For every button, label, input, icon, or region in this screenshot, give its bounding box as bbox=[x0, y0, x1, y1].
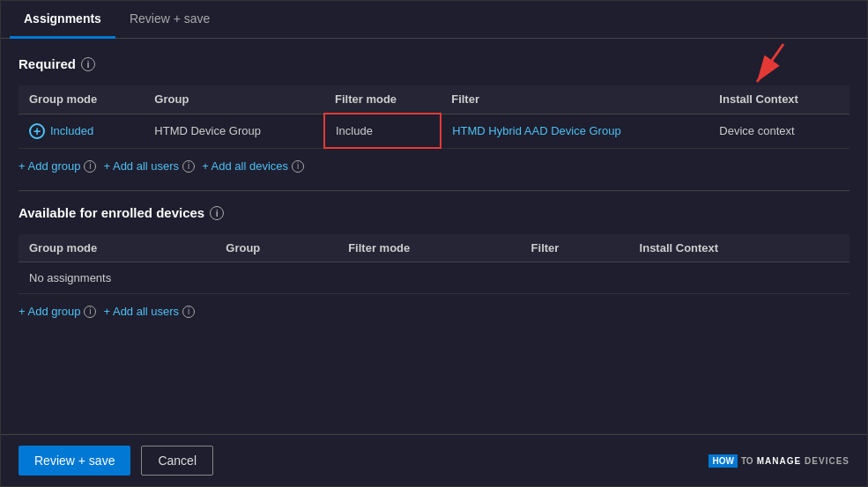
required-title: Required i bbox=[19, 56, 849, 71]
available-add-links: + Add group i + Add all users i bbox=[19, 294, 849, 328]
col-install-context: Install Context bbox=[708, 85, 849, 114]
add-all-devices-info-icon[interactable]: i bbox=[292, 160, 304, 173]
avail-add-all-users-info-icon[interactable]: i bbox=[182, 306, 195, 318]
required-table-header: Group mode Group Filter mode Filter Inst… bbox=[19, 85, 849, 114]
cell-filter-mode: Include bbox=[324, 114, 441, 148]
col-group: Group bbox=[144, 85, 324, 114]
included-badge: + Included bbox=[29, 123, 133, 139]
main-content: Required i bbox=[1, 39, 867, 434]
cell-group: HTMD Device Group bbox=[144, 114, 324, 148]
avail-col-group-mode: Group mode bbox=[19, 234, 215, 262]
available-table: Group mode Group Filter mode Filter Inst… bbox=[19, 234, 849, 294]
available-section: Available for enrolled devices i Group m… bbox=[19, 205, 849, 328]
tab-review-save[interactable]: Review + save bbox=[115, 1, 224, 39]
required-table: Group mode Group Filter mode Filter Inst… bbox=[19, 85, 849, 149]
add-all-users-info-icon[interactable]: i bbox=[182, 160, 195, 173]
section-divider bbox=[19, 190, 849, 191]
cancel-button[interactable]: Cancel bbox=[141, 446, 213, 476]
tab-assignments[interactable]: Assignments bbox=[10, 1, 115, 39]
avail-col-filter-mode: Filter mode bbox=[338, 234, 520, 262]
main-container: Assignments Review + save Required i bbox=[0, 0, 868, 487]
watermark: HOW TO MANAGE DEVICES bbox=[708, 454, 849, 468]
tab-bar: Assignments Review + save bbox=[1, 1, 867, 39]
table-row: + Included HTMD Device Group Include HTM… bbox=[19, 114, 849, 148]
watermark-to: TO bbox=[741, 456, 753, 466]
watermark-how: HOW bbox=[708, 454, 737, 468]
no-assignments-text: No assignments bbox=[19, 262, 849, 294]
circle-plus-icon: + bbox=[29, 123, 45, 139]
available-info-icon[interactable]: i bbox=[210, 206, 224, 220]
footer: Review + save Cancel HOW TO MANAGE DEVIC… bbox=[1, 434, 867, 486]
no-assignments-row: No assignments bbox=[19, 262, 849, 294]
add-all-devices-link[interactable]: + Add all devices bbox=[202, 159, 288, 173]
cell-install-context: Device context bbox=[708, 114, 849, 148]
review-save-button[interactable]: Review + save bbox=[19, 446, 130, 476]
required-table-wrapper: Group mode Group Filter mode Filter Inst… bbox=[19, 85, 849, 149]
col-filter-mode: Filter mode bbox=[324, 85, 441, 114]
add-group-info-icon[interactable]: i bbox=[84, 160, 96, 173]
cell-filter: HTMD Hybrid AAD Device Group bbox=[441, 114, 708, 148]
footer-buttons: Review + save Cancel bbox=[19, 446, 213, 476]
col-filter: Filter bbox=[441, 85, 708, 114]
col-group-mode: Group mode bbox=[19, 85, 144, 114]
watermark-devices: DEVICES bbox=[805, 456, 849, 466]
required-section: Required i bbox=[19, 56, 849, 183]
available-title: Available for enrolled devices i bbox=[19, 205, 849, 220]
avail-col-install-context: Install Context bbox=[629, 234, 849, 262]
avail-add-group-link[interactable]: + Add group bbox=[19, 305, 80, 318]
avail-col-group: Group bbox=[215, 234, 338, 262]
add-all-users-link[interactable]: + Add all users bbox=[103, 159, 179, 173]
available-table-header: Group mode Group Filter mode Filter Inst… bbox=[19, 234, 849, 262]
avail-add-group-info-icon[interactable]: i bbox=[84, 306, 96, 318]
add-group-link[interactable]: + Add group bbox=[19, 159, 80, 173]
filter-link[interactable]: HTMD Hybrid AAD Device Group bbox=[452, 124, 620, 137]
required-info-icon[interactable]: i bbox=[81, 57, 95, 71]
cell-group-mode: + Included bbox=[19, 114, 144, 148]
avail-add-all-users-link[interactable]: + Add all users bbox=[103, 305, 179, 318]
required-add-links: + Add group i + Add all users i + Add al… bbox=[19, 149, 849, 183]
avail-col-filter: Filter bbox=[521, 234, 629, 262]
watermark-manage: MANAGE bbox=[757, 456, 801, 466]
